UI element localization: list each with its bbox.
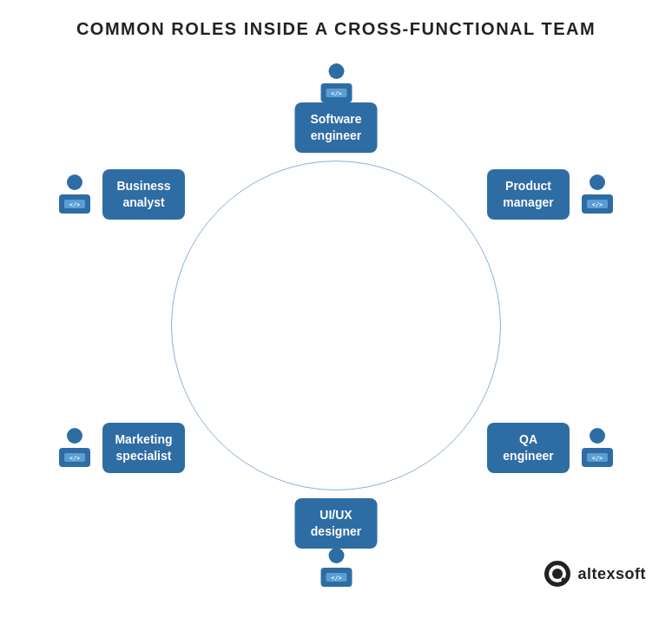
role-node-qa: QAengineer </> [487, 423, 620, 473]
logo-area: altexsoft [544, 560, 646, 588]
role-box-uiux: UI/UXdesigner [295, 498, 378, 549]
svg-text:</>: </> [331, 575, 342, 582]
role-box-qa: QAengineer [487, 423, 570, 473]
person-icon-software: </> [313, 61, 359, 106]
role-node-marketing: </> Marketingspecialist [52, 423, 185, 473]
svg-text:</>: </> [592, 455, 603, 462]
circle-ring [171, 161, 501, 490]
svg-text:</>: </> [592, 201, 603, 208]
role-box-software: Softwareengineer [295, 102, 378, 153]
svg-point-0 [328, 63, 344, 79]
role-node-business: </> Businessanalyst [52, 169, 185, 220]
altexsoft-logo-icon [544, 560, 571, 588]
svg-point-16 [67, 428, 82, 444]
svg-text:</>: </> [69, 201, 81, 208]
person-icon-qa: </> [575, 425, 620, 470]
page-title: COMMON ROLES INSIDE A CROSS-FUNCTIONAL T… [0, 0, 672, 48]
svg-point-20 [67, 174, 82, 190]
role-node-uiux: UI/UXdesigner </> [295, 498, 378, 590]
role-node-product: Productmanager </> [487, 169, 620, 220]
role-box-product: Productmanager [487, 169, 570, 220]
svg-point-8 [590, 428, 605, 444]
person-icon-business: </> [52, 172, 97, 217]
person-icon-uiux: </> [313, 545, 359, 590]
person-icon-marketing: </> [52, 425, 97, 470]
svg-point-4 [590, 174, 605, 190]
svg-text:</>: </> [69, 455, 81, 462]
svg-text:</>: </> [331, 90, 342, 97]
role-box-marketing: Marketingspecialist [102, 423, 185, 473]
diagram-container: </> Softwareengineer Productmanager </> … [0, 48, 672, 603]
logo-text: altexsoft [577, 565, 646, 583]
svg-point-26 [552, 569, 563, 579]
person-icon-product: </> [575, 172, 620, 217]
role-box-business: Businessanalyst [102, 169, 185, 220]
role-node-software: </> Softwareengineer [295, 61, 378, 153]
svg-point-12 [328, 548, 344, 563]
